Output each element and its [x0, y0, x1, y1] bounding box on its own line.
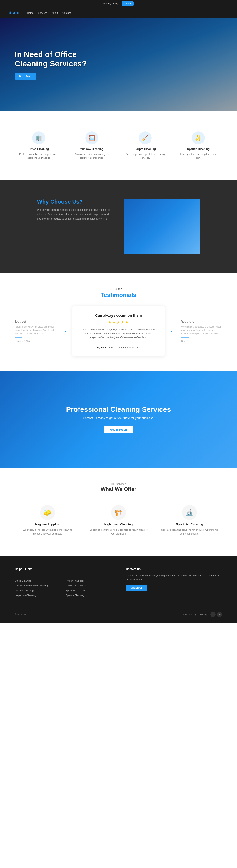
logo-text: cisco	[7, 10, 20, 15]
additional-icon-1: 🧽	[40, 505, 55, 520]
cta-button[interactable]: Get In Touch	[104, 426, 133, 433]
service-card-4: ✨ Sparkle Cleaning Thorough deep cleanin…	[175, 126, 223, 165]
testimonial-author-name: Gary Shaw	[95, 346, 107, 349]
services-grid: 🏢 Office Cleaning Professional office cl…	[15, 126, 222, 165]
additional-icon-3: 🔬	[182, 505, 197, 520]
dark-section-content: Why Choose Us? We provide comprehensive …	[26, 198, 211, 254]
navbar-links: Home Services About Contact	[27, 11, 71, 14]
carousel-next-button[interactable]: ›	[169, 327, 174, 336]
service-title-2: Window Cleaning	[72, 147, 112, 151]
service-card-2: 🪟 Window Cleaning Streak-free window cle…	[68, 126, 116, 165]
service-card-3: 🧹 Carpet Cleaning Deep carpet and uphols…	[121, 126, 169, 165]
privacy-close-button[interactable]: Close	[122, 1, 134, 6]
service-desc-1: Professional office cleaning services ta…	[19, 152, 59, 160]
nav-contact[interactable]: Contact	[62, 11, 71, 14]
footer-sitemap-link[interactable]: Sitemap	[199, 613, 207, 616]
service-icon-4: ✨	[192, 131, 205, 145]
service-desc-2: Streak-free window cleaning for commerci…	[72, 152, 112, 160]
testimonial-stars: ★★★★★	[82, 320, 155, 325]
dark-section-image	[124, 198, 200, 254]
additional-section-label: Our Services	[15, 483, 222, 486]
navbar: cisco Home Services About Contact	[0, 7, 237, 18]
footer-contact-button[interactable]: Contact Us	[126, 585, 147, 591]
service-icon-1: 🏢	[32, 131, 45, 145]
testimonial-quote: "Cisco always provide a highly professio…	[82, 328, 155, 339]
linkedin-icon[interactable]: in	[217, 612, 222, 617]
footer-bottom: © 2024 Cisco Privacy Policy Sitemap f in	[15, 612, 222, 617]
footer-privacy-link[interactable]: Privacy Policy	[182, 613, 196, 616]
additional-card-1: 🧽 Hygiene Supplies We supply all necessa…	[15, 499, 80, 541]
additional-card-3: 🔬 Specialist Cleaning Specialist cleanin…	[157, 499, 222, 541]
testimonial-right-divider	[181, 337, 189, 338]
testimonial-left-divider	[15, 337, 23, 338]
additional-card-title-2: High Level Cleaning	[90, 523, 147, 526]
footer-link-sparkle[interactable]: Sparkle Cleaning	[66, 594, 84, 597]
service-title-1: Office Cleaning	[19, 147, 59, 151]
nav-home[interactable]: Home	[27, 11, 34, 14]
service-title-4: Sparkle Cleaning	[178, 147, 219, 151]
facebook-icon[interactable]: f	[210, 612, 215, 617]
cta-title: Professional Cleaning Services	[66, 406, 171, 413]
footer-contact-text: Contact us today to discuss your require…	[126, 574, 222, 582]
testimonial-author-sep: -	[108, 346, 109, 349]
carousel-prev-button[interactable]: ‹	[63, 327, 69, 336]
footer-link-office-cleaning[interactable]: Office Cleaning	[15, 580, 31, 582]
service-card-1: 🏢 Office Cleaning Professional office cl…	[15, 126, 63, 165]
additional-card-desc-2: Specialist cleaning at height for hard-t…	[90, 528, 147, 536]
footer-helpful-links: Helpful Links Office Cleaning Carpets & …	[15, 567, 111, 597]
nav-services[interactable]: Services	[38, 11, 47, 14]
additional-services-grid: 🧽 Hygiene Supplies We supply all necessa…	[15, 499, 222, 541]
hero-section: In Need of Office Cleaning Services? Rea…	[0, 18, 237, 111]
additional-services-section: Our Services What We Offer 🧽 Hygiene Sup…	[0, 468, 237, 556]
footer-contact-section: Contact Us Contact us today to discuss y…	[126, 567, 222, 597]
footer-link-specialist[interactable]: Specialist Cleaning	[66, 589, 86, 592]
footer-links-col2: Hygiene Supplies High Level Cleaning Spe…	[66, 579, 111, 597]
footer-helpful-links-col-wrapper: Helpful Links	[15, 567, 111, 574]
testimonials-carousel: Not yet I can honestly say that Cisco ge…	[7, 306, 230, 356]
additional-card-2: 🏗️ High Level Cleaning Specialist cleani…	[86, 499, 151, 541]
testimonial-right-text: We originally contacted a practice. Nico…	[181, 325, 222, 335]
cta-subtitle: Contact us today to get a free quote for…	[83, 416, 154, 420]
footer-copyright: © 2024 Cisco	[15, 613, 28, 616]
privacy-banner: Privacy policy Close	[0, 0, 237, 7]
additional-card-desc-1: We supply all necessary hygiene and clea…	[19, 528, 76, 536]
testimonials-section: Cisco Testimonials Not yet I can honestl…	[0, 273, 237, 371]
testimonials-title: Testimonials	[7, 291, 230, 299]
hero-cta-button[interactable]: Read More	[15, 73, 36, 80]
footer-helpful-links-title: Helpful Links	[15, 567, 111, 570]
footer-link-hygiene[interactable]: Hygiene Supplies	[66, 580, 84, 582]
testimonial-right-author: Rac	[181, 340, 222, 343]
footer-links-col1: Office Cleaning Carpets & Upholstery Cle…	[15, 579, 60, 597]
service-icon-3: 🧹	[139, 131, 151, 145]
footer-link-window[interactable]: Window Cleaning	[15, 589, 34, 592]
footer-link-list-1: Office Cleaning Carpets & Upholstery Cle…	[15, 579, 60, 597]
cta-section: Professional Cleaning Services Contact u…	[0, 371, 237, 468]
service-title-3: Carpet Cleaning	[125, 147, 165, 151]
hero-content: In Need of Office Cleaning Services? Rea…	[0, 50, 111, 80]
dark-section-text: Why Choose Us? We provide comprehensive …	[37, 198, 113, 254]
footer: Helpful Links Office Cleaning Carpets & …	[0, 556, 237, 623]
testimonial-right: Would d We originally contacted a practi…	[177, 316, 226, 346]
additional-card-title-1: Hygiene Supplies	[19, 523, 76, 526]
testimonial-author-company: O&P Construction Services Ltd	[109, 346, 142, 349]
footer-link-high-level[interactable]: High Level Cleaning	[66, 584, 87, 587]
footer-contact-title: Contact Us	[126, 567, 222, 570]
testimonial-left-author: struction & Civil	[15, 340, 56, 343]
nav-about[interactable]: About	[52, 11, 58, 14]
footer-link-inspection[interactable]: Inspection Cleaning	[15, 594, 36, 597]
testimonial-left-title: Not yet	[15, 320, 56, 323]
navbar-logo: cisco	[7, 10, 20, 15]
dark-section-desc: We provide comprehensive cleaning soluti…	[37, 208, 113, 221]
testimonial-author: Gary Shaw - O&P Construction Services Lt…	[82, 346, 155, 349]
dark-section-title: Why Choose Us?	[37, 198, 113, 205]
testimonial-left: Not yet I can honestly say that Cisco ge…	[11, 316, 60, 346]
footer-top: Helpful Links Office Cleaning Carpets & …	[15, 567, 222, 604]
testimonials-label: Cisco	[7, 287, 230, 291]
hero-title: In Need of Office Cleaning Services?	[15, 50, 96, 69]
footer-link-carpets[interactable]: Carpets & Upholstery Cleaning	[15, 584, 48, 587]
services-section: 🏢 Office Cleaning Professional office cl…	[0, 111, 237, 180]
privacy-banner-text: Privacy policy	[103, 2, 118, 5]
testimonial-right-title: Would d	[181, 320, 222, 323]
dark-section: Why Choose Us? We provide comprehensive …	[0, 180, 237, 273]
testimonial-featured-card: Can always count on them ★★★★★ "Cisco al…	[72, 306, 165, 356]
